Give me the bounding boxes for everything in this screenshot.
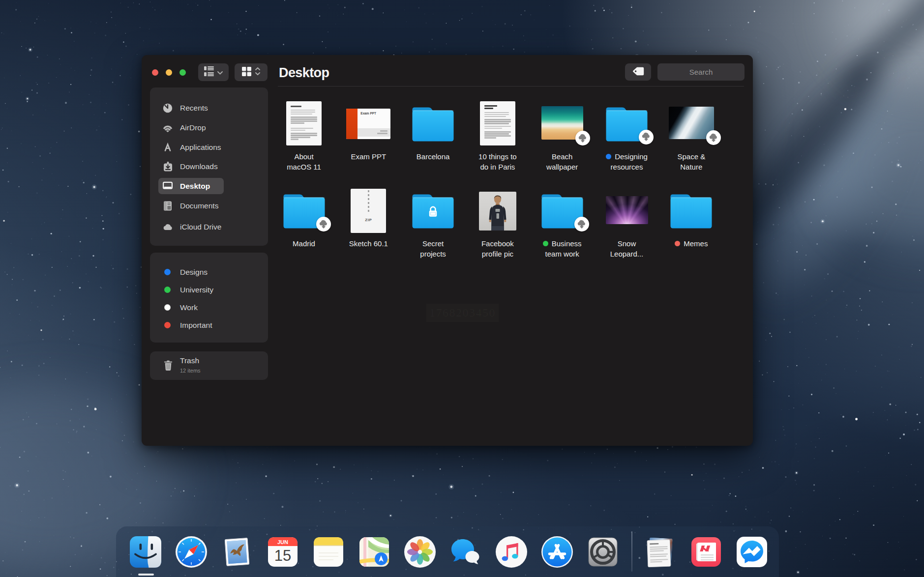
zip-icon: ZIP bbox=[351, 189, 386, 233]
desktop-screen: Desktop Search RecentsAirDropApplication… bbox=[0, 0, 924, 577]
file-tag-dot bbox=[543, 241, 548, 246]
file-name: Sketch 60.1 bbox=[331, 238, 405, 249]
dock-preferences-icon[interactable] bbox=[586, 535, 620, 569]
icloud-download-badge bbox=[316, 217, 331, 231]
ppt-footer bbox=[358, 128, 390, 137]
dock-messages-icon[interactable] bbox=[449, 535, 482, 569]
zip-text: ZIP bbox=[351, 218, 386, 222]
lock-icon bbox=[426, 205, 440, 220]
file-name: Businessteam work bbox=[525, 238, 599, 259]
file-name: Memes bbox=[655, 238, 728, 249]
file-name: Facebookprofile pic bbox=[461, 238, 535, 259]
svg-text:JUN: JUN bbox=[277, 539, 288, 545]
file-name: Exam PPT bbox=[331, 151, 405, 162]
watermark: 1768203450 bbox=[426, 304, 499, 322]
file-tag-dot bbox=[606, 154, 611, 159]
file-name: Barcelona bbox=[396, 151, 470, 162]
file-name: Space &Nature bbox=[655, 151, 728, 172]
file-name: Secretprojects bbox=[396, 238, 470, 259]
svg-text:15: 15 bbox=[274, 547, 291, 564]
dock bbox=[116, 526, 779, 577]
icloud-download-badge bbox=[575, 131, 590, 145]
ppt-title-text: Exam PPT bbox=[360, 112, 376, 115]
icloud-download-badge bbox=[639, 130, 654, 144]
file-name: SnowLeopard... bbox=[590, 238, 664, 259]
file-name: Madrid bbox=[267, 238, 341, 249]
dock-downloads-stack-icon[interactable] bbox=[643, 535, 677, 569]
zip-zipper bbox=[368, 190, 370, 214]
dock-calendar-icon[interactable]: JUN 15 bbox=[266, 535, 299, 569]
file-tag-dot bbox=[675, 241, 680, 246]
file-name: 10 things todo in Paris bbox=[461, 151, 535, 172]
file-name: AboutmacOS 11 bbox=[267, 151, 341, 172]
dock-photos-icon[interactable] bbox=[403, 535, 437, 569]
folder-lock-icon bbox=[411, 193, 455, 230]
folder-icon bbox=[411, 106, 455, 143]
ppt-stripe bbox=[346, 109, 358, 139]
icloud-download-badge bbox=[706, 130, 721, 145]
document-icon bbox=[286, 101, 322, 145]
image-aurora-icon bbox=[606, 196, 648, 224]
icloud-download-badge bbox=[574, 217, 589, 231]
dock-music-icon[interactable] bbox=[495, 535, 528, 569]
dock-notes-icon[interactable] bbox=[312, 535, 345, 569]
dock-appstore-icon[interactable] bbox=[540, 535, 574, 569]
finder-running-indicator bbox=[138, 574, 154, 576]
dock-maps-icon[interactable] bbox=[358, 535, 391, 569]
folder-icon bbox=[669, 193, 714, 230]
dock-finder-icon[interactable] bbox=[129, 535, 162, 569]
document-icon bbox=[480, 101, 515, 145]
dock-divider bbox=[631, 531, 632, 572]
file-grid: 1768203450 AboutmacOS 11 Exam PPT Exam P… bbox=[142, 55, 753, 446]
finder-window: Desktop Search RecentsAirDropApplication… bbox=[142, 55, 753, 446]
dock-safari-icon[interactable] bbox=[175, 535, 208, 569]
dock-messenger-icon[interactable] bbox=[735, 535, 769, 569]
presentation-icon: Exam PPT bbox=[346, 109, 390, 139]
file-name: Designingresources bbox=[590, 151, 664, 172]
dock-preview-icon[interactable] bbox=[220, 535, 254, 569]
dock-news-icon[interactable] bbox=[689, 535, 723, 569]
image-person-icon bbox=[479, 192, 516, 231]
file-name: Beachwallpaper bbox=[525, 151, 599, 172]
